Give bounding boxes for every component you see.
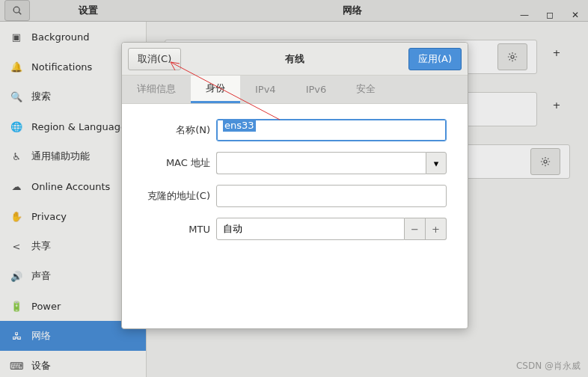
dialog-tabs: 详细信息 身份 IPv4 IPv6 安全 bbox=[122, 76, 468, 104]
mac-dropdown-button[interactable]: ▾ bbox=[426, 152, 447, 174]
mtu-increase-button[interactable]: + bbox=[426, 218, 447, 240]
tab-security[interactable]: 安全 bbox=[341, 75, 391, 103]
tab-label: IPv4 bbox=[255, 84, 276, 95]
mtu-label: MTU bbox=[143, 224, 210, 235]
name-input[interactable]: ens33 bbox=[216, 119, 447, 141]
tab-ipv6[interactable]: IPv6 bbox=[291, 75, 342, 103]
tab-details[interactable]: 详细信息 bbox=[122, 75, 191, 103]
dialog-title: 有线 bbox=[285, 52, 304, 66]
tab-label: 详细信息 bbox=[137, 82, 176, 96]
apply-button[interactable]: 应用(A) bbox=[408, 48, 462, 70]
cloned-mac-input[interactable] bbox=[216, 185, 447, 207]
cancel-button[interactable]: 取消(C) bbox=[128, 48, 181, 70]
mac-combo[interactable]: ▾ bbox=[216, 152, 447, 174]
mtu-value: 自动 bbox=[216, 218, 405, 240]
mac-value bbox=[216, 152, 426, 174]
plus-icon: + bbox=[432, 224, 440, 235]
button-label: 取消(C) bbox=[138, 52, 171, 66]
cloned-mac-label: 克隆的地址(C) bbox=[143, 189, 210, 203]
mtu-decrease-button[interactable]: − bbox=[405, 218, 426, 240]
identity-form: 名称(N) ens33 MAC 地址 ▾ 克隆的地址(C) MTU 自动 − + bbox=[122, 104, 468, 328]
connection-editor-dialog: 取消(C) 有线 应用(A) 详细信息 身份 IPv4 IPv6 安全 名称(N… bbox=[121, 42, 468, 329]
mtu-spinner[interactable]: 自动 − + bbox=[216, 218, 447, 240]
tab-identity[interactable]: 身份 bbox=[191, 75, 240, 103]
tab-label: IPv6 bbox=[306, 84, 327, 95]
tab-label: 安全 bbox=[356, 82, 376, 96]
mac-label: MAC 地址 bbox=[143, 156, 210, 170]
button-label: 应用(A) bbox=[418, 52, 452, 66]
name-label: 名称(N) bbox=[143, 123, 210, 137]
watermark: CSDN @肖永威 bbox=[516, 360, 581, 373]
tab-label: 身份 bbox=[206, 82, 225, 95]
tab-ipv4[interactable]: IPv4 bbox=[240, 75, 291, 103]
minus-icon: − bbox=[411, 224, 419, 235]
dialog-titlebar: 取消(C) 有线 应用(A) bbox=[122, 43, 468, 76]
chevron-down-icon: ▾ bbox=[434, 158, 439, 169]
name-value: ens33 bbox=[223, 119, 256, 132]
